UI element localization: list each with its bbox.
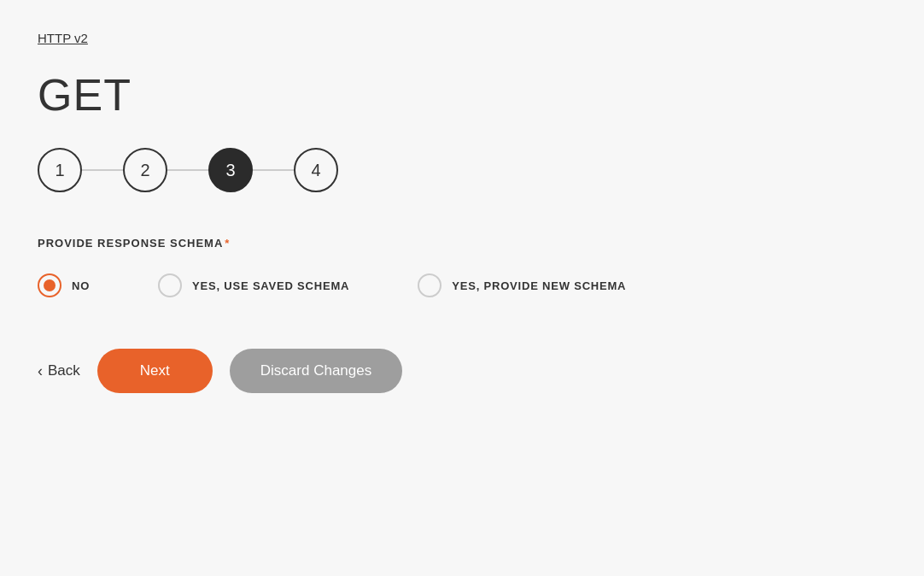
breadcrumb-link[interactable]: HTTP v2 [38,31,88,45]
radio-option-no[interactable]: NO [38,273,90,297]
step-2[interactable]: 2 [123,148,167,192]
back-button[interactable]: ‹ Back [38,362,80,380]
radio-label-yes-new: YES, PROVIDE NEW SCHEMA [452,279,626,292]
step-1[interactable]: 1 [38,148,82,192]
back-chevron-icon: ‹ [38,362,43,380]
section-label: PROVIDE RESPONSE SCHEMA* [38,237,886,250]
radio-inner-no [44,279,56,291]
next-button[interactable]: Next [97,349,213,393]
steps-container: 1 2 3 4 [38,148,886,192]
step-connector-2-3 [167,169,208,171]
step-3[interactable]: 3 [208,148,253,192]
radio-label-yes-saved: YES, USE SAVED SCHEMA [192,279,349,292]
radio-option-yes-saved[interactable]: YES, USE SAVED SCHEMA [158,273,349,297]
discard-button[interactable]: Discard Changes [230,349,402,393]
page-container: HTTP v2 GET 1 2 3 4 PROVIDE RESPONSE SCH… [0,0,924,424]
radio-group: NO YES, USE SAVED SCHEMA YES, PROVIDE NE… [38,273,886,297]
radio-outer-no[interactable] [38,273,61,297]
action-buttons: ‹ Back Next Discard Changes [38,349,886,393]
method-title: GET [38,69,886,120]
required-star: * [225,237,230,250]
radio-outer-yes-saved[interactable] [158,273,182,297]
radio-option-yes-new[interactable]: YES, PROVIDE NEW SCHEMA [418,273,626,297]
step-4[interactable]: 4 [294,148,338,192]
step-connector-3-4 [253,169,294,171]
radio-outer-yes-new[interactable] [418,273,442,297]
radio-label-no: NO [72,279,90,292]
step-connector-1-2 [82,169,123,171]
